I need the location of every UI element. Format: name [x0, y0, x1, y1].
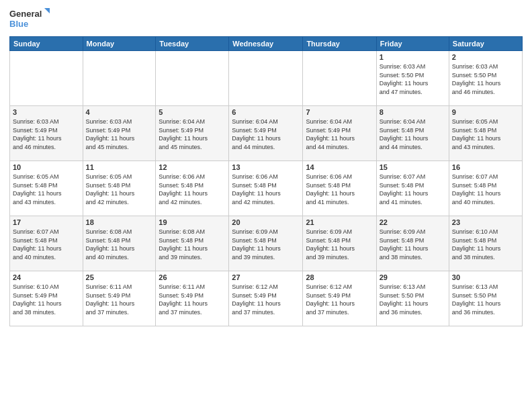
- day-number: 12: [159, 163, 226, 171]
- calendar-cell: 30Sunrise: 6:13 AM Sunset: 5:50 PM Dayli…: [449, 271, 522, 326]
- day-number: 22: [380, 218, 446, 226]
- day-info: Sunrise: 6:03 AM Sunset: 5:49 PM Dayligh…: [13, 118, 80, 151]
- day-number: 4: [86, 108, 153, 116]
- header: General Blue: [9, 7, 523, 31]
- logo: General Blue: [9, 7, 50, 31]
- day-number: 10: [13, 163, 80, 171]
- day-info: Sunrise: 6:13 AM Sunset: 5:50 PM Dayligh…: [380, 283, 446, 316]
- day-number: 29: [380, 273, 446, 281]
- calendar-cell: [303, 51, 376, 106]
- day-number: 21: [306, 218, 373, 226]
- day-info: Sunrise: 6:08 AM Sunset: 5:48 PM Dayligh…: [86, 228, 153, 261]
- week-row-4: 17Sunrise: 6:07 AM Sunset: 5:48 PM Dayli…: [10, 216, 523, 271]
- calendar-cell: 29Sunrise: 6:13 AM Sunset: 5:50 PM Dayli…: [376, 271, 449, 326]
- week-row-5: 24Sunrise: 6:10 AM Sunset: 5:49 PM Dayli…: [10, 271, 523, 326]
- calendar-cell: 5Sunrise: 6:04 AM Sunset: 5:49 PM Daylig…: [156, 106, 229, 161]
- svg-marker-2: [44, 8, 50, 13]
- calendar-cell: 28Sunrise: 6:12 AM Sunset: 5:49 PM Dayli…: [303, 271, 376, 326]
- calendar-cell: 18Sunrise: 6:08 AM Sunset: 5:48 PM Dayli…: [83, 216, 156, 271]
- week-row-1: 1Sunrise: 6:03 AM Sunset: 5:50 PM Daylig…: [10, 51, 523, 106]
- day-number: 16: [452, 163, 519, 171]
- day-number: 25: [86, 273, 153, 281]
- day-info: Sunrise: 6:06 AM Sunset: 5:48 PM Dayligh…: [306, 173, 373, 206]
- calendar-table: SundayMondayTuesdayWednesdayThursdayFrid…: [9, 36, 523, 326]
- day-number: 19: [159, 218, 226, 226]
- day-number: 13: [232, 163, 300, 171]
- day-number: 8: [380, 108, 446, 116]
- svg-text:General: General: [9, 9, 42, 19]
- logo-svg: General Blue: [9, 7, 50, 31]
- day-info: Sunrise: 6:08 AM Sunset: 5:48 PM Dayligh…: [159, 228, 226, 261]
- calendar-cell: 23Sunrise: 6:10 AM Sunset: 5:48 PM Dayli…: [449, 216, 522, 271]
- calendar-cell: 4Sunrise: 6:03 AM Sunset: 5:49 PM Daylig…: [83, 106, 156, 161]
- day-number: 5: [159, 108, 226, 116]
- calendar-cell: 9Sunrise: 6:05 AM Sunset: 5:48 PM Daylig…: [449, 106, 522, 161]
- calendar-cell: 21Sunrise: 6:09 AM Sunset: 5:48 PM Dayli…: [303, 216, 376, 271]
- day-number: 11: [86, 163, 153, 171]
- day-info: Sunrise: 6:03 AM Sunset: 5:50 PM Dayligh…: [452, 62, 519, 96]
- day-number: 14: [306, 163, 373, 171]
- day-info: Sunrise: 6:10 AM Sunset: 5:48 PM Dayligh…: [452, 228, 519, 261]
- day-info: Sunrise: 6:12 AM Sunset: 5:49 PM Dayligh…: [306, 283, 373, 316]
- calendar-cell: 27Sunrise: 6:12 AM Sunset: 5:49 PM Dayli…: [229, 271, 303, 326]
- calendar-cell: 19Sunrise: 6:08 AM Sunset: 5:48 PM Dayli…: [156, 216, 229, 271]
- day-info: Sunrise: 6:05 AM Sunset: 5:48 PM Dayligh…: [452, 118, 519, 151]
- day-number: 2: [452, 53, 519, 61]
- calendar-cell: 25Sunrise: 6:11 AM Sunset: 5:49 PM Dayli…: [83, 271, 156, 326]
- day-info: Sunrise: 6:04 AM Sunset: 5:49 PM Dayligh…: [232, 118, 300, 151]
- calendar-cell: 11Sunrise: 6:05 AM Sunset: 5:48 PM Dayli…: [83, 161, 156, 216]
- day-info: Sunrise: 6:05 AM Sunset: 5:48 PM Dayligh…: [13, 173, 80, 206]
- week-row-3: 10Sunrise: 6:05 AM Sunset: 5:48 PM Dayli…: [10, 161, 523, 216]
- calendar-cell: [83, 51, 156, 106]
- day-number: 3: [13, 108, 80, 116]
- day-number: 28: [306, 273, 373, 281]
- day-info: Sunrise: 6:06 AM Sunset: 5:48 PM Dayligh…: [159, 173, 226, 206]
- day-info: Sunrise: 6:04 AM Sunset: 5:49 PM Dayligh…: [159, 118, 226, 151]
- day-number: 20: [232, 218, 300, 226]
- day-info: Sunrise: 6:04 AM Sunset: 5:48 PM Dayligh…: [380, 118, 446, 151]
- calendar-cell: 24Sunrise: 6:10 AM Sunset: 5:49 PM Dayli…: [10, 271, 83, 326]
- weekday-header-thursday: Thursday: [303, 37, 376, 51]
- calendar-cell: [229, 51, 303, 106]
- week-row-2: 3Sunrise: 6:03 AM Sunset: 5:49 PM Daylig…: [10, 106, 523, 161]
- calendar-cell: 20Sunrise: 6:09 AM Sunset: 5:48 PM Dayli…: [229, 216, 303, 271]
- calendar-cell: [156, 51, 229, 106]
- day-number: 18: [86, 218, 153, 226]
- day-number: 24: [13, 273, 80, 281]
- weekday-header-sunday: Sunday: [10, 37, 83, 51]
- calendar-cell: 6Sunrise: 6:04 AM Sunset: 5:49 PM Daylig…: [229, 106, 303, 161]
- day-number: 7: [306, 108, 373, 116]
- calendar-cell: 13Sunrise: 6:06 AM Sunset: 5:48 PM Dayli…: [229, 161, 303, 216]
- day-info: Sunrise: 6:09 AM Sunset: 5:48 PM Dayligh…: [380, 228, 446, 261]
- calendar-cell: 7Sunrise: 6:04 AM Sunset: 5:49 PM Daylig…: [303, 106, 376, 161]
- day-number: 26: [159, 273, 226, 281]
- day-info: Sunrise: 6:03 AM Sunset: 5:49 PM Dayligh…: [86, 118, 153, 151]
- calendar-cell: 1Sunrise: 6:03 AM Sunset: 5:50 PM Daylig…: [376, 51, 449, 106]
- day-info: Sunrise: 6:07 AM Sunset: 5:48 PM Dayligh…: [13, 228, 80, 261]
- day-number: 1: [380, 53, 446, 61]
- day-number: 30: [452, 273, 519, 281]
- calendar-cell: 8Sunrise: 6:04 AM Sunset: 5:48 PM Daylig…: [376, 106, 449, 161]
- calendar-page: General Blue SundayMondayTuesdayWednesda…: [0, 0, 532, 411]
- weekday-header-wednesday: Wednesday: [229, 37, 303, 51]
- day-info: Sunrise: 6:13 AM Sunset: 5:50 PM Dayligh…: [452, 283, 519, 316]
- day-info: Sunrise: 6:11 AM Sunset: 5:49 PM Dayligh…: [159, 283, 226, 316]
- day-info: Sunrise: 6:07 AM Sunset: 5:48 PM Dayligh…: [452, 173, 519, 206]
- day-info: Sunrise: 6:05 AM Sunset: 5:48 PM Dayligh…: [86, 173, 153, 206]
- calendar-cell: 16Sunrise: 6:07 AM Sunset: 5:48 PM Dayli…: [449, 161, 522, 216]
- day-number: 17: [13, 218, 80, 226]
- day-number: 15: [380, 163, 446, 171]
- calendar-cell: 26Sunrise: 6:11 AM Sunset: 5:49 PM Dayli…: [156, 271, 229, 326]
- day-info: Sunrise: 6:11 AM Sunset: 5:49 PM Dayligh…: [86, 283, 153, 316]
- day-info: Sunrise: 6:10 AM Sunset: 5:49 PM Dayligh…: [13, 283, 80, 316]
- day-info: Sunrise: 6:04 AM Sunset: 5:49 PM Dayligh…: [306, 118, 373, 151]
- day-info: Sunrise: 6:03 AM Sunset: 5:50 PM Dayligh…: [380, 62, 446, 96]
- calendar-cell: 10Sunrise: 6:05 AM Sunset: 5:48 PM Dayli…: [10, 161, 83, 216]
- day-number: 23: [452, 218, 519, 226]
- calendar-cell: 2Sunrise: 6:03 AM Sunset: 5:50 PM Daylig…: [449, 51, 522, 106]
- day-number: 27: [232, 273, 300, 281]
- calendar-cell: 12Sunrise: 6:06 AM Sunset: 5:48 PM Dayli…: [156, 161, 229, 216]
- weekday-header-friday: Friday: [376, 37, 449, 51]
- weekday-header-tuesday: Tuesday: [156, 37, 229, 51]
- calendar-cell: [10, 51, 83, 106]
